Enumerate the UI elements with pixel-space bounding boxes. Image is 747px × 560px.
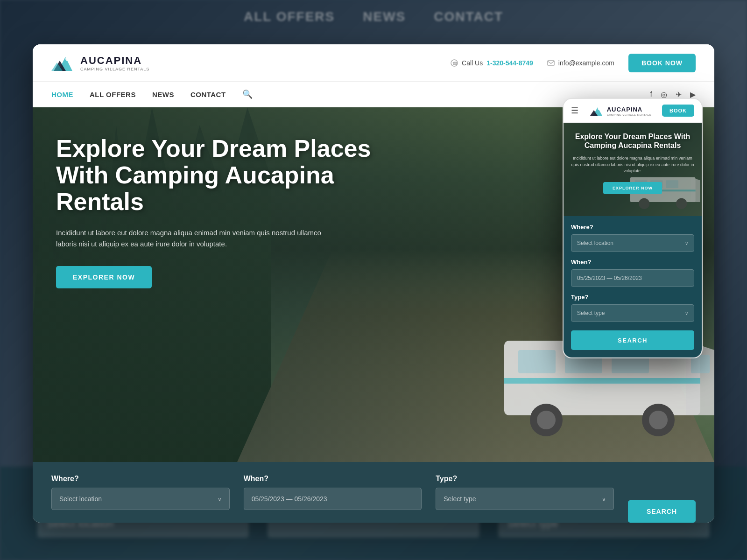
nav-home[interactable]: HOME: [51, 91, 73, 98]
date-range-value: 05/25/2023 — 05/26/2023: [252, 495, 327, 503]
nav-social: f ◎ ✈ ▶: [650, 90, 696, 99]
type-label: Type?: [436, 475, 614, 483]
phone-header: ☰ AUCAPINA CAMPING VEHICLE RENTALS BOOK: [564, 99, 702, 123]
phone-mockup: ☰ AUCAPINA CAMPING VEHICLE RENTALS BOOK: [563, 98, 703, 358]
email-icon: [547, 59, 555, 67]
phone-location-select[interactable]: Select location: [571, 234, 694, 252]
hamburger-icon[interactable]: ☰: [571, 105, 578, 116]
bg-nav-item: CONTACT: [434, 9, 503, 24]
logo-name: AUCAPINA: [80, 55, 149, 67]
search-button[interactable]: SEARCH: [628, 500, 696, 523]
svg-rect-16: [504, 378, 700, 384]
bg-nav-item: ALL OFFERS: [244, 9, 335, 24]
phone-where-label: Where?: [571, 224, 694, 231]
type-placeholder: Select type: [444, 495, 476, 503]
date-range-input[interactable]: 05/25/2023 — 05/26/2023: [244, 488, 422, 510]
location-placeholder: Select location: [59, 495, 102, 503]
svg-point-15: [649, 411, 668, 429]
logo-text-block: AUCAPINA CAMPING VILLAGE RENTALS: [80, 55, 149, 71]
header-right: ☎ Call Us 1-320-544-8749 info@example.co…: [451, 54, 696, 72]
phone-logo-area: AUCAPINA CAMPING VEHICLE RENTALS: [589, 105, 652, 117]
header-phone-contact: ☎ Call Us 1-320-544-8749: [451, 59, 533, 67]
phone-search-button[interactable]: SEARCH: [571, 330, 694, 350]
when-label: When?: [244, 475, 422, 483]
phone-search-section: Where? Select location When? 05/25/2023 …: [564, 216, 702, 357]
phone-hero-title: Explore Your Dream Places With Camping A…: [571, 132, 694, 150]
hero-title: Explore Your Dream Places With Camping A…: [56, 135, 418, 216]
phone-when-field: When? 05/25/2023 — 05/26/2023: [571, 259, 694, 287]
phone-logo-tagline: CAMPING VEHICLE RENTALS: [607, 113, 652, 116]
logo-icon: [51, 52, 75, 73]
phone-book-button[interactable]: BOOK: [662, 105, 694, 117]
svg-text:☎: ☎: [452, 61, 458, 66]
chevron-down-icon: [218, 495, 222, 503]
telegram-icon[interactable]: ✈: [676, 90, 682, 99]
svg-point-3: [65, 56, 70, 61]
location-select[interactable]: Select location: [51, 488, 230, 510]
header-email-contact: info@example.com: [547, 59, 614, 67]
logo-area: AUCAPINA CAMPING VILLAGE RENTALS: [51, 52, 149, 73]
phone-explore-button[interactable]: EXPLORER NOW: [603, 182, 662, 194]
explore-now-button[interactable]: EXPLORER NOW: [56, 266, 152, 288]
phone-hero: Explore Your Dream Places With Camping A…: [564, 123, 702, 216]
youtube-icon[interactable]: ▶: [690, 90, 696, 99]
bg-nav: ALL OFFERS NEWS CONTACT: [0, 9, 747, 24]
phone-hero-content: Explore Your Dream Places With Camping A…: [564, 123, 702, 202]
svg-rect-6: [548, 61, 554, 65]
where-label: Where?: [51, 475, 230, 483]
svg-rect-8: [518, 350, 556, 373]
phone-type-placeholder: Select type: [577, 310, 605, 316]
phone-type-chevron-icon: [685, 310, 688, 316]
book-now-button[interactable]: BOOK NOW: [628, 54, 696, 72]
call-us-label: Call Us: [462, 59, 483, 67]
phone-logo-text-block: AUCAPINA CAMPING VEHICLE RENTALS: [607, 105, 652, 116]
hero-content: Explore Your Dream Places With Camping A…: [33, 107, 442, 288]
bg-nav-item: NEWS: [363, 9, 406, 24]
hero-subtitle: Incididunt ut labore eut dolore magna al…: [56, 227, 327, 250]
phone-chevron-down-icon: [685, 240, 688, 246]
phone-type-label: Type?: [571, 294, 694, 301]
where-field: Where? Select location: [51, 475, 230, 510]
chevron-down-icon: [602, 495, 606, 503]
header-email-address[interactable]: info@example.com: [558, 59, 614, 67]
phone-when-label: When?: [571, 259, 694, 266]
header-phone-number[interactable]: 1-320-544-8749: [486, 59, 533, 67]
phone-where-field: Where? Select location: [571, 224, 694, 252]
type-field: Type? Select type: [436, 475, 614, 510]
svg-point-19: [598, 106, 601, 110]
facebook-icon[interactable]: f: [650, 90, 652, 98]
phone-logo-name: AUCAPINA: [607, 106, 643, 113]
type-select[interactable]: Select type: [436, 488, 614, 510]
phone-hero-subtitle: Incididunt ut labore eut dolore magna al…: [571, 155, 694, 175]
phone-icon: ☎: [451, 59, 458, 67]
svg-point-13: [537, 411, 556, 429]
search-icon[interactable]: 🔍: [242, 89, 253, 99]
phone-logo-icon: [589, 105, 603, 117]
logo-tagline: CAMPING VILLAGE RENTALS: [80, 67, 149, 71]
instagram-icon[interactable]: ◎: [661, 90, 667, 99]
phone-date-range-input[interactable]: 05/25/2023 — 05/26/2023: [571, 269, 694, 287]
when-field: When? 05/25/2023 — 05/26/2023: [244, 475, 422, 510]
phone-type-select[interactable]: Select type: [571, 304, 694, 322]
phone-location-placeholder: Select location: [577, 240, 613, 246]
phone-date-range-value: 05/25/2023 — 05/26/2023: [577, 275, 642, 281]
phone-type-field: Type? Select type: [571, 294, 694, 322]
nav-all-offers[interactable]: ALL OFFERS: [90, 91, 136, 98]
nav-contact[interactable]: CONTACT: [190, 91, 226, 98]
nav-links: HOME ALL OFFERS NEWS CONTACT 🔍: [51, 89, 253, 99]
search-bar: Where? Select location When? 05/25/2023 …: [33, 462, 714, 523]
site-header: AUCAPINA CAMPING VILLAGE RENTALS ☎ Call …: [33, 44, 714, 82]
nav-news[interactable]: NEWS: [152, 91, 174, 98]
